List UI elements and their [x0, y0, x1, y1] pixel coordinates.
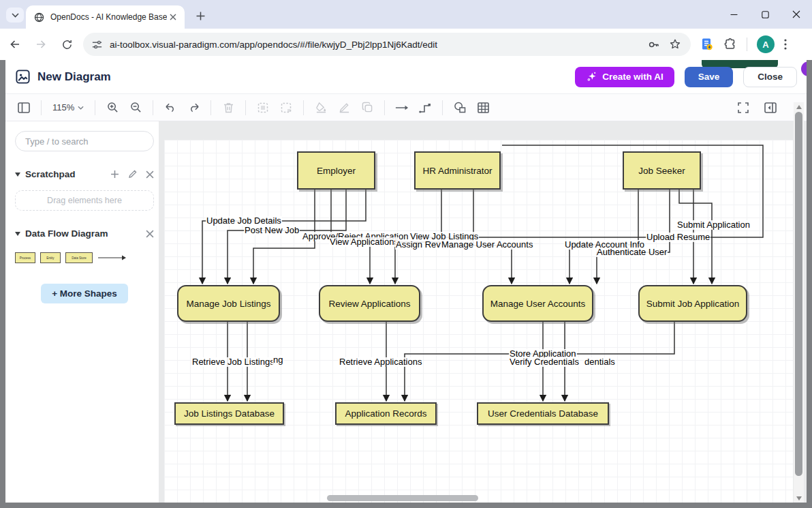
edge-label-update-job-details[interactable]: Update Job Details — [206, 216, 282, 226]
palette-section-header[interactable]: Data Flow Diagram — [15, 228, 154, 239]
save-button[interactable]: Save — [685, 67, 734, 87]
scratchpad-actions — [110, 170, 154, 179]
scroll-up-button[interactable] — [794, 102, 804, 111]
edge-label-manage-user-accounts[interactable]: Manage User Accounts — [441, 240, 533, 250]
store-application-records[interactable]: Application Records — [335, 402, 437, 425]
more-shapes-button[interactable]: + More Shapes — [41, 284, 128, 303]
browser-tab[interactable]: OpenDocs - AI Knowledge Base — [26, 5, 185, 29]
search-input[interactable] — [15, 131, 154, 151]
store-user-credentials-database[interactable]: User Credentials Database — [477, 402, 609, 425]
panel-left-icon — [18, 102, 30, 113]
diagram-canvas[interactable]: Update Job DetailsPost New JobApprove/Re… — [159, 121, 807, 503]
edge-label-post-new-job[interactable]: Post New Job — [244, 226, 300, 235]
undo-icon — [165, 102, 176, 113]
forward-button[interactable] — [30, 33, 52, 55]
scratchpad-section-header[interactable]: Scratchpad — [15, 169, 154, 179]
close-icon — [792, 10, 800, 18]
edge-label-authenticate-user[interactable]: Authenticate User — [596, 248, 668, 257]
plus-icon — [196, 12, 205, 20]
extensions-puzzle-button[interactable] — [723, 38, 737, 51]
window-maximize-button[interactable] — [749, 0, 781, 29]
process-submit-job-application[interactable]: Submit Job Application — [638, 285, 747, 322]
straight-connector-button[interactable] — [392, 98, 412, 117]
horizontal-scrollbar-thumb[interactable] — [327, 495, 478, 501]
browser-action-icons: A — [700, 35, 795, 53]
star-icon — [669, 38, 681, 50]
shapes-icon — [454, 102, 466, 113]
palette-shape-connector[interactable] — [97, 254, 126, 261]
palette-shape-process[interactable]: Process — [15, 252, 35, 263]
process-manage-user-accounts[interactable]: Manage User Accounts — [482, 285, 593, 322]
bookmark-star-button[interactable] — [666, 35, 684, 53]
entity-employer[interactable]: Employer — [297, 151, 375, 190]
table-button[interactable] — [473, 98, 493, 117]
back-button[interactable] — [4, 33, 26, 55]
entity-job-seeker[interactable]: Job Seeker — [623, 151, 701, 190]
fullscreen-icon — [738, 102, 749, 113]
url-bar[interactable]: ai-toolbox.visual-paradigm.com/app/opend… — [83, 33, 691, 56]
browser-menu-button[interactable] — [784, 39, 787, 50]
password-key-button[interactable] — [644, 35, 662, 53]
redo-button[interactable] — [183, 98, 204, 117]
shapes-button[interactable] — [450, 98, 470, 117]
opendocs-app: New Diagram Create with AI Save Close 11… — [5, 60, 807, 503]
toolbar-separator — [210, 100, 211, 115]
zoom-level-dropdown[interactable]: 115% — [48, 98, 88, 117]
edge-label-retrieve-job-listings[interactable]: Retrieve Job Listings — [191, 357, 275, 367]
edge-label-view-applications[interactable]: View Applications — [329, 237, 399, 247]
close-icon[interactable] — [146, 230, 154, 238]
palette-shape-entity[interactable]: Entity — [40, 252, 61, 263]
entity-hr-administrator[interactable]: HR Administrator — [414, 151, 501, 190]
edge-label-upload-resume[interactable]: Upload Resume — [646, 233, 710, 242]
app-header: New Diagram Create with AI Save Close — [5, 60, 807, 94]
pencil-icon — [339, 102, 350, 113]
zoom-in-button[interactable] — [102, 98, 123, 117]
close-button[interactable]: Close — [743, 67, 797, 87]
new-tab-button[interactable] — [192, 8, 208, 24]
delete-button[interactable] — [218, 98, 238, 117]
create-with-ai-button[interactable]: Create with AI — [575, 67, 674, 87]
reload-button[interactable] — [56, 33, 78, 55]
edge-label-assign-rev[interactable]: Assign Rev — [395, 240, 441, 250]
edge-label-dentials[interactable]: dentials — [584, 357, 616, 367]
zoom-out-button[interactable] — [125, 98, 146, 117]
edge-label-ng[interactable]: ng — [272, 355, 283, 365]
undo-button[interactable] — [160, 98, 181, 117]
window-minimize-button[interactable] — [718, 0, 749, 29]
line-color-button[interactable] — [334, 98, 354, 117]
palette-shapes: Process Entity Data Store — [15, 252, 154, 263]
edit-pencil-icon[interactable] — [128, 170, 137, 179]
tab-search-caret-button[interactable] — [6, 8, 24, 23]
duplicate-icon — [362, 102, 373, 113]
elbow-connector-button[interactable] — [415, 98, 435, 117]
fill-color-button[interactable] — [311, 98, 331, 117]
elbow-connector-icon — [419, 102, 431, 113]
palette-shape-data-store[interactable]: Data Store — [65, 252, 93, 263]
close-icon[interactable] — [146, 170, 154, 179]
edge-label-verify-credentials[interactable]: Verify Credentials — [509, 357, 580, 367]
store-job-listings-database[interactable]: Job Listings Database — [174, 402, 284, 425]
edge-label-submit-application[interactable]: Submit Application — [676, 220, 751, 230]
copy-style-button[interactable] — [357, 98, 377, 117]
select-area-button[interactable] — [276, 98, 296, 117]
process-review-applications[interactable]: Review Applications — [319, 285, 420, 322]
add-icon[interactable] — [110, 170, 119, 179]
avatar[interactable]: A — [757, 35, 775, 53]
toggle-sidebar-button[interactable] — [14, 98, 34, 117]
scratchpad-dropzone[interactable]: Drag elements here — [15, 190, 154, 211]
edge-label-retrieve-applications[interactable]: Retrieve Applications — [339, 357, 422, 367]
process-manage-job-listings[interactable]: Manage Job Listings — [177, 285, 280, 322]
toolbar-separator — [95, 100, 95, 115]
docs-offline-icon[interactable] — [700, 38, 714, 51]
vertical-scrollbar-thumb[interactable] — [795, 112, 802, 476]
collapse-panel-button[interactable] — [760, 98, 781, 117]
tab-title: OpenDocs - AI Knowledge Base — [50, 12, 167, 22]
selection-corner-icon — [281, 102, 292, 113]
fullscreen-button[interactable] — [733, 98, 753, 117]
tab-close-button[interactable] — [167, 11, 179, 23]
url-text: ai-toolbox.visual-paradigm.com/app/opend… — [110, 40, 644, 50]
window-close-button[interactable] — [781, 0, 812, 29]
scroll-down-button[interactable] — [794, 494, 804, 503]
ai-sparkle-icon — [586, 71, 597, 83]
select-group-button[interactable] — [253, 98, 273, 117]
